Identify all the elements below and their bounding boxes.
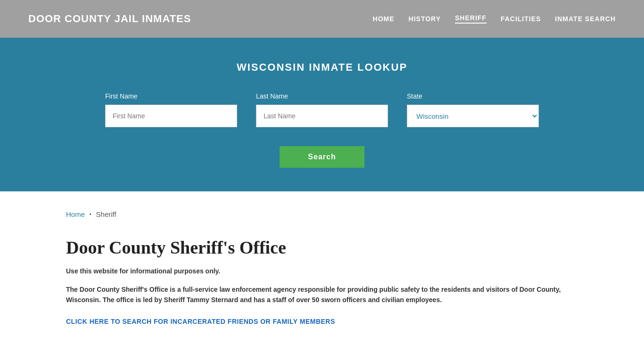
nav-facilities[interactable]: FACILITIES	[501, 15, 541, 23]
state-select[interactable]: Wisconsin	[407, 105, 539, 127]
search-form: First Name Last Name State Wisconsin Sea…	[28, 92, 616, 168]
breadcrumb-current: Sheriff	[96, 210, 116, 218]
first-name-group: First Name	[105, 92, 237, 127]
last-name-label: Last Name	[256, 92, 388, 100]
nav-sheriff[interactable]: SHERIFF	[455, 14, 487, 24]
state-group: State Wisconsin	[407, 92, 539, 127]
last-name-input[interactable]	[256, 105, 388, 127]
site-title: DOOR COUNTY JAIL INMATES	[28, 13, 191, 25]
nav-home[interactable]: HOME	[373, 15, 395, 23]
first-name-label: First Name	[105, 92, 237, 100]
search-button[interactable]: Search	[280, 146, 364, 168]
breadcrumb: Home • Sheriff	[66, 210, 578, 218]
page-heading: Door County Sheriff's Office	[66, 237, 578, 258]
description-text: The Door County Sheriff's Office is a fu…	[66, 284, 566, 305]
last-name-group: Last Name	[256, 92, 388, 127]
nav-inmate-search[interactable]: INMATE SEARCH	[555, 15, 616, 23]
state-label: State	[407, 92, 539, 100]
first-name-input[interactable]	[105, 105, 237, 127]
form-row: First Name Last Name State Wisconsin	[86, 92, 558, 127]
search-section: WISCONSIN INMATE LOOKUP First Name Last …	[0, 38, 644, 191]
nav-history[interactable]: HISTORY	[409, 15, 441, 23]
search-title: WISCONSIN INMATE LOOKUP	[28, 61, 616, 74]
breadcrumb-home[interactable]: Home	[66, 210, 85, 218]
main-content: Home • Sheriff Door County Sheriff's Off…	[0, 191, 644, 345]
breadcrumb-separator: •	[90, 212, 91, 217]
disclaimer-text: Use this website for informational purpo…	[66, 267, 578, 275]
cta-link[interactable]: CLICK HERE to Search for Incarcerated Fr…	[66, 318, 335, 325]
site-header: DOOR COUNTY JAIL INMATES HOME HISTORY SH…	[0, 0, 644, 38]
main-nav: HOME HISTORY SHERIFF FACILITIES INMATE S…	[373, 14, 616, 24]
